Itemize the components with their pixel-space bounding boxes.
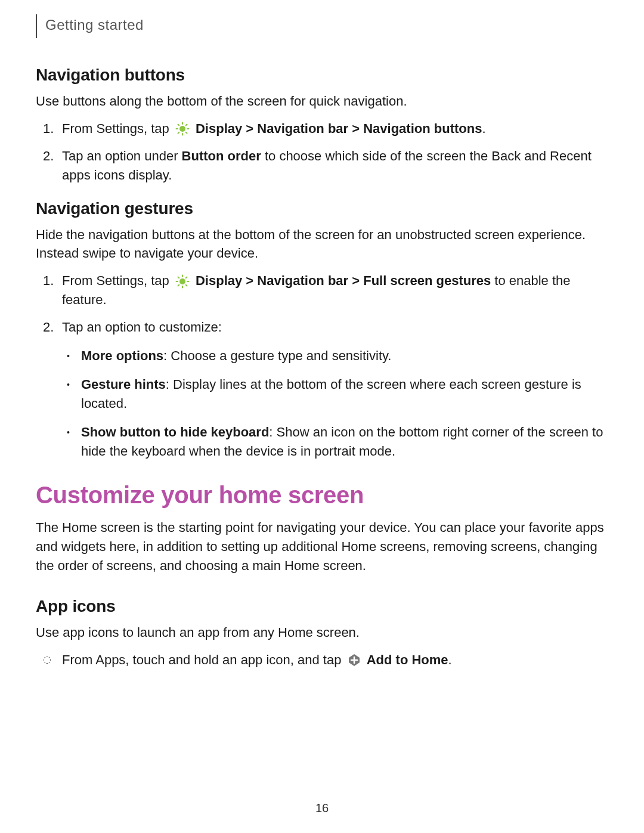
- svg-line-7: [178, 132, 179, 134]
- header-rule: Getting started: [36, 17, 608, 38]
- step-text: From Settings, tap: [62, 273, 173, 288]
- step-suffix: .: [482, 121, 485, 136]
- sub-text: : Choose a gesture type and sensitivity.: [163, 348, 391, 363]
- page-number: 16: [0, 801, 644, 815]
- nav-gestures-step2: Tap an option to customize: More options…: [62, 318, 608, 460]
- nav-gestures-steps: From Settings, tap Displ: [36, 271, 608, 460]
- bullet-bold: Add to Home: [367, 652, 448, 667]
- sub-bold: Gesture hints: [81, 377, 166, 392]
- step-bold: Display > Navigation bar > Full screen g…: [196, 273, 491, 288]
- svg-line-8: [186, 125, 187, 126]
- add-icon: [348, 654, 361, 667]
- nav-gestures-intro: Hide the navigation buttons at the botto…: [36, 225, 608, 264]
- section-label: Getting started: [45, 17, 144, 33]
- nav-gestures-step1: From Settings, tap Displ: [62, 271, 608, 309]
- heading-customize-home: Customize your home screen: [36, 482, 608, 509]
- svg-line-5: [178, 125, 179, 126]
- nav-gestures-sublist: More options: Choose a gesture type and …: [62, 346, 608, 460]
- step-bold: Button order: [182, 148, 261, 163]
- svg-line-14: [178, 277, 179, 278]
- heading-navigation-gestures: Navigation gestures: [36, 199, 608, 218]
- nav-buttons-step1: From Settings, tap Displ: [62, 119, 608, 138]
- brightness-icon: [175, 274, 190, 289]
- sublist-item: More options: Choose a gesture type and …: [81, 346, 608, 366]
- vertical-bar: [36, 14, 37, 38]
- svg-point-9: [179, 278, 185, 284]
- sub-bold: More options: [81, 348, 163, 363]
- svg-line-6: [186, 132, 187, 134]
- step-text: Tap an option under: [62, 148, 182, 163]
- nav-buttons-steps: From Settings, tap Displ: [36, 119, 608, 185]
- app-icons-intro: Use app icons to launch an app from any …: [36, 623, 608, 642]
- sublist-item: Gesture hints: Display lines at the bott…: [81, 375, 608, 413]
- bullet-suffix: .: [448, 652, 452, 667]
- svg-point-0: [179, 126, 185, 132]
- sublist-item: Show button to hide keyboard: Show an ic…: [81, 423, 608, 461]
- nav-buttons-intro: Use buttons along the bottom of the scre…: [36, 92, 608, 111]
- bullet-text: From Apps, touch and hold an app icon, a…: [62, 652, 345, 667]
- app-icons-list: From Apps, touch and hold an app icon, a…: [36, 651, 608, 670]
- heading-navigation-buttons: Navigation buttons: [36, 66, 608, 85]
- home-screen-intro: The Home screen is the starting point fo…: [36, 518, 608, 575]
- heading-app-icons: App icons: [36, 597, 608, 616]
- step-text: From Settings, tap: [62, 121, 173, 136]
- sub-bold: Show button to hide keyboard: [81, 425, 269, 439]
- app-icons-bullet: From Apps, touch and hold an app icon, a…: [62, 651, 608, 670]
- brightness-icon: [175, 122, 190, 136]
- step-bold: Display > Navigation bar > Navigation bu…: [196, 121, 482, 136]
- svg-line-17: [186, 277, 187, 278]
- svg-line-15: [186, 284, 187, 286]
- svg-line-16: [178, 284, 179, 286]
- step-text: Tap an option to customize:: [62, 320, 222, 335]
- nav-buttons-step2: Tap an option under Button order to choo…: [62, 147, 608, 185]
